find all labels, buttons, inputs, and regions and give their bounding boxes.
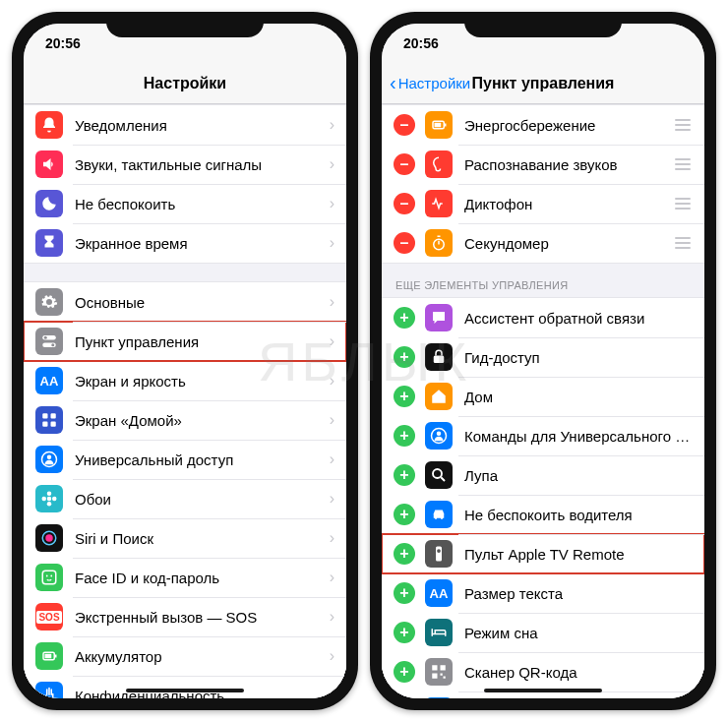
more-control-row[interactable]: +Режим сна: [382, 613, 704, 652]
remove-button[interactable]: –: [394, 153, 415, 175]
row-label: Гид-доступ: [464, 349, 693, 366]
svg-rect-39: [435, 123, 442, 128]
chevron-right-icon: ›: [330, 116, 334, 134]
included-control-row[interactable]: –Диктофон: [382, 184, 704, 223]
battery-icon: [425, 111, 453, 139]
settings-row[interactable]: Siri и Поиск›: [24, 518, 346, 558]
svg-rect-12: [51, 413, 56, 418]
siri-icon: [35, 524, 63, 552]
svg-rect-29: [45, 654, 52, 659]
home-indicator[interactable]: [484, 689, 602, 692]
more-control-row[interactable]: +Ассистент обратной связи: [382, 298, 704, 337]
settings-row[interactable]: Экранное время›: [24, 223, 346, 263]
add-button[interactable]: +: [394, 346, 415, 368]
home-indicator[interactable]: [126, 689, 244, 692]
row-label: Экран «Домой»: [75, 412, 330, 429]
svg-rect-47: [436, 547, 442, 562]
drag-handle-icon[interactable]: [673, 198, 693, 210]
ear-icon: [425, 697, 453, 698]
settings-row[interactable]: Универсальный доступ›: [24, 440, 346, 479]
row-label: Дом: [464, 389, 693, 405]
settings-row[interactable]: AAЭкран и яркость›: [24, 361, 346, 400]
settings-list[interactable]: Уведомления›Звуки, тактильные сигналы›Не…: [24, 104, 346, 698]
battery-icon: [35, 642, 63, 670]
row-label: Режим сна: [464, 625, 693, 641]
AA-icon: AA: [425, 579, 453, 607]
gear-icon: [35, 288, 63, 316]
SOS-icon: SOS: [35, 603, 63, 631]
row-label: Лупа: [464, 467, 693, 484]
more-control-row[interactable]: +AAРазмер текста: [382, 573, 704, 613]
settings-row[interactable]: Основные›: [24, 282, 346, 322]
add-button[interactable]: +: [394, 504, 415, 525]
bed-icon: [425, 619, 453, 646]
add-button[interactable]: +: [394, 425, 415, 447]
row-label: Команды для Универсального дост…: [464, 428, 693, 445]
settings-row[interactable]: Face ID и код-пароль›: [24, 558, 346, 597]
section-header-more: ЕЩЕ ЭЛЕМЕНТЫ УПРАВЛЕНИЯ: [382, 264, 704, 297]
back-label: Настройки: [398, 75, 471, 91]
add-button[interactable]: +: [394, 386, 415, 407]
row-label: Face ID и код-пароль: [75, 570, 330, 586]
settings-row[interactable]: SOSЭкстренный вызов — SOS›: [24, 597, 346, 636]
row-label: Диктофон: [464, 196, 673, 212]
row-label: Обои: [75, 491, 330, 508]
add-button[interactable]: +: [394, 307, 415, 329]
add-button[interactable]: +: [394, 661, 415, 683]
settings-row[interactable]: Звуки, тактильные сигналы›: [24, 145, 346, 184]
settings-row[interactable]: Экран «Домой»›: [24, 400, 346, 440]
chevron-right-icon: ›: [330, 451, 334, 468]
screen-right: 20:56 ‹ Настройки Пункт управления –Энер…: [382, 24, 704, 698]
row-label: Звуки, тактильные сигналы: [75, 156, 330, 173]
included-control-row[interactable]: –Распознавание звуков: [382, 145, 704, 184]
more-control-row[interactable]: +Дом: [382, 377, 704, 416]
included-control-row[interactable]: –Секундомер: [382, 223, 704, 263]
more-control-row[interactable]: +Не беспокоить водителя: [382, 495, 704, 534]
svg-point-46: [441, 517, 443, 519]
screen-left: 20:56 Настройки Уведомления›Звуки, такти…: [24, 24, 346, 698]
more-control-row[interactable]: +Слух: [382, 691, 704, 698]
more-control-row[interactable]: +Пульт Apple TV Remote: [382, 534, 704, 573]
settings-row[interactable]: Уведомления›: [24, 105, 346, 145]
settings-row[interactable]: Обои›: [24, 479, 346, 518]
settings-row[interactable]: Аккумулятор›: [24, 636, 346, 676]
svg-rect-28: [55, 655, 57, 658]
grid-icon: [35, 406, 63, 434]
add-button[interactable]: +: [394, 582, 415, 604]
status-icons: [317, 35, 325, 51]
remove-button[interactable]: –: [394, 114, 415, 136]
chevron-right-icon: ›: [330, 608, 334, 626]
add-button[interactable]: +: [394, 622, 415, 643]
settings-row[interactable]: Пункт управления›: [24, 322, 346, 361]
chevron-right-icon: ›: [330, 234, 334, 252]
chevron-right-icon: ›: [330, 293, 334, 311]
settings-row[interactable]: Конфиденциальность›: [24, 676, 346, 698]
svg-rect-38: [445, 124, 447, 127]
remove-button[interactable]: –: [394, 193, 415, 214]
svg-rect-53: [444, 677, 446, 679]
settings-row[interactable]: Не беспокоить›: [24, 184, 346, 223]
more-control-row[interactable]: +Гид-доступ: [382, 337, 704, 377]
more-control-row[interactable]: +Команды для Универсального дост…: [382, 416, 704, 455]
add-button[interactable]: +: [394, 543, 415, 565]
svg-point-17: [47, 497, 52, 502]
notch: [464, 12, 622, 37]
chevron-right-icon: ›: [330, 490, 334, 508]
chevron-right-icon: ›: [330, 647, 334, 665]
svg-point-18: [47, 492, 52, 497]
back-button[interactable]: ‹ Настройки: [390, 63, 470, 103]
control-center-list[interactable]: –Энергосбережение–Распознавание звуков–Д…: [382, 104, 704, 698]
drag-handle-icon[interactable]: [673, 158, 693, 170]
drag-handle-icon[interactable]: [673, 237, 693, 249]
more-control-row[interactable]: +Сканер QR-кода: [382, 652, 704, 691]
home-icon: [425, 383, 453, 410]
svg-point-10: [51, 343, 54, 346]
add-button[interactable]: +: [394, 464, 415, 486]
drag-handle-icon[interactable]: [673, 119, 693, 131]
included-control-row[interactable]: –Энергосбережение: [382, 105, 704, 145]
switches-icon: [35, 328, 63, 355]
svg-point-19: [47, 502, 52, 507]
remove-button[interactable]: –: [394, 232, 415, 254]
more-control-row[interactable]: +Лупа: [382, 455, 704, 495]
svg-rect-41: [434, 356, 445, 364]
